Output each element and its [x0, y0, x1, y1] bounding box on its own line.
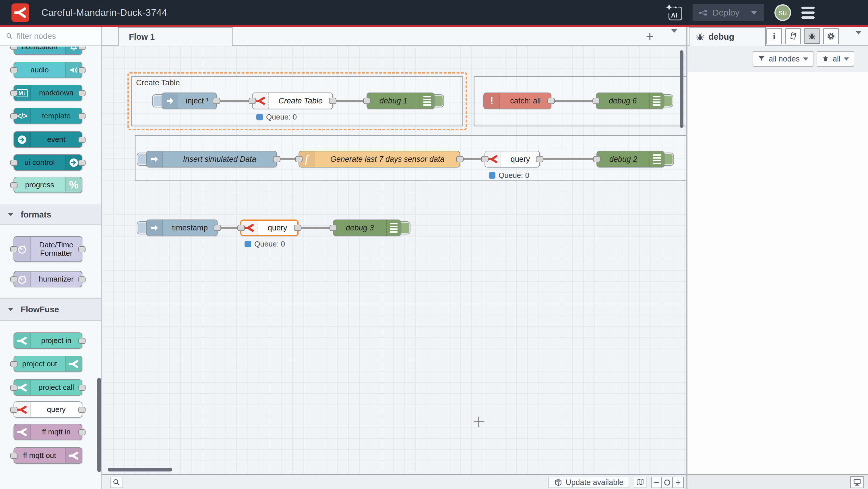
- debug-clear-button[interactable]: all: [817, 51, 854, 67]
- search-icon: [113, 478, 121, 486]
- palette-node-audio[interactable]: audio: [13, 62, 82, 78]
- flow-node-debug-1[interactable]: debug 1: [367, 92, 435, 109]
- zoom-reset-button[interactable]: [662, 477, 673, 488]
- arrow-circle-icon: [69, 157, 79, 168]
- node-output-port[interactable]: [329, 98, 336, 104]
- node-icon-section: [65, 356, 82, 372]
- flow-node-catch-all[interactable]: !catch: all: [484, 92, 551, 109]
- right-sidebar: debug i all nodes all: [687, 27, 868, 489]
- palette-node-ff-mqtt-in[interactable]: ff mqtt in: [13, 424, 82, 440]
- main-menu-button[interactable]: [801, 7, 815, 19]
- node-input-port[interactable]: [295, 156, 303, 162]
- node-label: timestamp: [163, 220, 217, 236]
- palette-node-markdown[interactable]: M↓markdown: [13, 85, 82, 101]
- flow-node-debug-2[interactable]: debug 2: [596, 151, 664, 168]
- node-label: debug 6: [596, 93, 649, 109]
- palette-scroll-area[interactable]: notificationaudioM↓markdown</>templateev…: [0, 47, 101, 474]
- flow-node-insert-simulated-data[interactable]: Insert simulated Data: [146, 151, 277, 168]
- flow-node-generate-last-7-days-sensor-data[interactable]: ƒGenerate last 7 days sensor data: [299, 151, 460, 168]
- node-output-port[interactable]: [536, 156, 544, 162]
- wire[interactable]: [540, 158, 596, 160]
- wire[interactable]: [217, 100, 252, 102]
- flow-node-query[interactable]: query: [485, 151, 540, 168]
- palette-node-date-time-formatter[interactable]: Date/Time Formatter: [13, 236, 82, 262]
- node-input-port: [10, 47, 18, 50]
- palette-node-query[interactable]: query: [13, 401, 82, 418]
- flow-node-inject[interactable]: inject ¹: [162, 92, 217, 109]
- palette-node-label: ff mqtt in: [31, 424, 82, 439]
- palette-filter-input[interactable]: [17, 32, 94, 41]
- wire[interactable]: [333, 100, 367, 102]
- palette-node-label: audio: [14, 62, 65, 78]
- palette-node-humanizer[interactable]: humanizer: [13, 271, 82, 287]
- tab-debug[interactable]: debug: [689, 27, 766, 46]
- debug-tab-button[interactable]: [804, 28, 820, 44]
- flow-tab-label: Flow 1: [129, 32, 155, 42]
- zoom-reset-icon: [664, 480, 670, 486]
- palette-node-project-in[interactable]: project in: [13, 333, 82, 349]
- wire[interactable]: [299, 227, 333, 229]
- flow-node-timestamp[interactable]: timestamp: [146, 220, 218, 236]
- debug-icon-section: [386, 220, 400, 236]
- node-output-port: [79, 113, 86, 119]
- flow-node-create-table[interactable]: Create Table: [252, 92, 333, 109]
- node-label: query: [257, 221, 298, 235]
- palette-node-ff-mqtt-out[interactable]: ff mqtt out: [13, 447, 82, 464]
- zoom-out-button[interactable]: −: [651, 477, 662, 488]
- add-flow-button[interactable]: +: [641, 28, 658, 45]
- palette-search[interactable]: [0, 27, 101, 46]
- zoom-in-button[interactable]: +: [673, 477, 684, 488]
- node-output-port[interactable]: [214, 225, 221, 231]
- flow-node-debug-3[interactable]: debug 3: [333, 220, 401, 236]
- help-tab-button[interactable]: [785, 28, 801, 44]
- palette-node-ui-control[interactable]: ui control: [13, 154, 82, 171]
- node-input-port[interactable]: [330, 225, 337, 231]
- toggle-navigator-button[interactable]: [634, 477, 646, 488]
- palette-scrollbar[interactable]: [97, 378, 101, 472]
- node-output-port[interactable]: [547, 98, 555, 104]
- open-debug-window-button[interactable]: [850, 477, 864, 488]
- deploy-options-caret-icon[interactable]: [751, 11, 757, 15]
- node-output-port: [79, 90, 86, 96]
- node-input-port[interactable]: [249, 98, 256, 104]
- wire[interactable]: [551, 100, 596, 102]
- node-output-port[interactable]: [213, 98, 220, 104]
- palette-node-progress[interactable]: progress%: [13, 177, 82, 193]
- flow-canvas[interactable]: Create Tableinject ¹Create Tabledebug 1!…: [102, 46, 686, 474]
- user-avatar[interactable]: su: [774, 4, 791, 21]
- flow-node-debug-6[interactable]: debug 6: [596, 92, 664, 109]
- node-output-port[interactable]: [273, 156, 280, 162]
- palette-node-label: ff mqtt out: [14, 448, 65, 463]
- palette-section-formats[interactable]: formats: [0, 205, 101, 225]
- node-output-port[interactable]: [456, 156, 464, 162]
- node-input-port[interactable]: [363, 98, 371, 104]
- node-input-port[interactable]: [481, 156, 489, 162]
- config-nodes-button[interactable]: [823, 28, 839, 44]
- palette-node-event[interactable]: event: [13, 131, 82, 148]
- node-input-port[interactable]: [237, 225, 245, 231]
- info-tab-button[interactable]: i: [766, 28, 782, 44]
- flow-list-button[interactable]: [671, 33, 677, 38]
- update-available-button[interactable]: Update available: [549, 477, 629, 488]
- debug-filter-button[interactable]: all nodes: [753, 51, 813, 67]
- palette-node-project-out[interactable]: project out: [13, 356, 82, 372]
- palette-node-template[interactable]: </>template: [13, 108, 82, 124]
- status-text: Queue: 0: [266, 113, 297, 121]
- node-input-port[interactable]: [592, 98, 600, 104]
- deploy-button[interactable]: Deploy: [693, 4, 764, 21]
- canvas-vertical-scrollbar[interactable]: [680, 50, 683, 128]
- code-icon: </>: [17, 112, 28, 120]
- sidebar-options-button[interactable]: [856, 34, 862, 40]
- node-input-port[interactable]: [593, 156, 600, 162]
- palette-section-flowfuse[interactable]: FlowFuse: [0, 298, 101, 321]
- canvas-horizontal-scrollbar[interactable]: [107, 468, 172, 471]
- node-output-port: [79, 407, 86, 413]
- search-flows-button[interactable]: [110, 477, 123, 488]
- node-output-port[interactable]: [294, 225, 301, 231]
- palette-node-notification[interactable]: notification: [13, 47, 82, 55]
- palette-node-label: humanizer: [31, 271, 82, 287]
- ai-assistant-button[interactable]: AI: [669, 7, 682, 20]
- flow-node-query[interactable]: query: [240, 220, 299, 236]
- tab-flow-1[interactable]: Flow 1: [118, 27, 232, 46]
- palette-node-project-call[interactable]: project call: [13, 379, 82, 396]
